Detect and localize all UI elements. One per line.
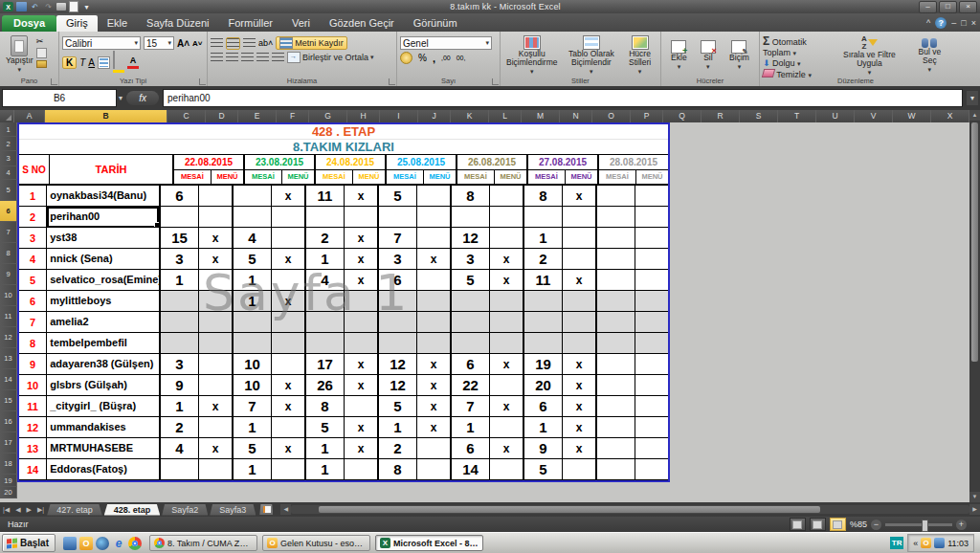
cell-menu[interactable]: [345, 312, 377, 333]
cell-mesai[interactable]: 2: [524, 249, 563, 270]
workbook-restore-icon[interactable]: □: [961, 18, 966, 28]
row-header-8[interactable]: 8: [0, 243, 17, 264]
cell-menu[interactable]: x: [490, 270, 523, 291]
cell-mesai[interactable]: [306, 207, 345, 228]
row-header-2[interactable]: 2: [0, 137, 17, 151]
paste-button[interactable]: Yapıştır ▾: [3, 34, 36, 75]
cell-mesai[interactable]: [161, 333, 199, 354]
cell-menu[interactable]: [199, 312, 232, 333]
qat-dropdown-icon[interactable]: ▾: [81, 2, 92, 11]
cell-mesai[interactable]: [597, 249, 635, 270]
undo-icon[interactable]: ↶: [30, 2, 40, 11]
tab-sayfa-düzeni[interactable]: Sayfa Düzeni: [137, 15, 218, 32]
tab-dosya[interactable]: Dosya: [2, 15, 56, 32]
cell-mesai[interactable]: [452, 312, 490, 333]
save-icon[interactable]: [16, 2, 27, 11]
cell-mesai[interactable]: 7: [452, 396, 490, 417]
zoom-slider[interactable]: [885, 523, 952, 526]
cell-mesai[interactable]: 6: [452, 438, 490, 459]
outlook-quicklaunch-icon[interactable]: O: [79, 537, 93, 550]
row-header-18[interactable]: 18: [0, 453, 17, 475]
cell-menu[interactable]: [199, 333, 232, 354]
cell-mesai[interactable]: [524, 207, 563, 228]
decrease-indent-icon[interactable]: [256, 53, 269, 63]
cell-mesai[interactable]: 20: [524, 375, 563, 396]
cell-mesai[interactable]: [161, 459, 199, 480]
cell-menu[interactable]: [563, 459, 595, 480]
cell-mesai[interactable]: 1: [234, 417, 272, 438]
cell-mesai[interactable]: 3: [161, 249, 199, 270]
row-header-15[interactable]: 15: [0, 390, 17, 411]
row-header-11[interactable]: 11: [0, 306, 17, 327]
column-header-H[interactable]: H: [347, 110, 380, 122]
cell-menu[interactable]: x: [345, 438, 377, 459]
cell-menu[interactable]: x: [417, 249, 450, 270]
cell-menu[interactable]: [490, 459, 523, 480]
cell-menu[interactable]: x: [345, 228, 377, 249]
name-box-dropdown-icon[interactable]: ▾: [119, 94, 122, 102]
column-header-R[interactable]: R: [702, 110, 740, 122]
cell-menu[interactable]: [490, 333, 523, 354]
column-header-F[interactable]: F: [277, 110, 309, 122]
column-header-I[interactable]: I: [380, 110, 418, 122]
cell-mesai[interactable]: 11: [306, 186, 345, 207]
cell-menu[interactable]: x: [563, 417, 595, 438]
cell-sno[interactable]: 14: [19, 459, 47, 480]
cell-menu[interactable]: x: [199, 228, 232, 249]
row-header-6[interactable]: 6: [0, 201, 17, 222]
column-header-S[interactable]: S: [740, 110, 778, 122]
cell-mesai[interactable]: 5: [234, 438, 272, 459]
cell-mesai[interactable]: 2: [379, 438, 417, 459]
row-header-12[interactable]: 12: [0, 327, 17, 348]
tab-gözden-geçir[interactable]: Gözden Geçir: [320, 15, 404, 32]
cell-mesai[interactable]: 3: [379, 249, 417, 270]
cell-mesai[interactable]: 1: [306, 249, 345, 270]
cell-menu[interactable]: [272, 207, 304, 228]
prev-sheet-icon[interactable]: ◀: [12, 506, 23, 514]
cell-name[interactable]: _citygirl_ (Büşra): [47, 396, 159, 417]
restore-button[interactable]: □: [939, 1, 957, 13]
zoom-level[interactable]: %85: [850, 520, 867, 529]
cut-icon[interactable]: ✂: [36, 36, 47, 46]
cell-name[interactable]: tembelpembefil: [47, 333, 159, 354]
cell-menu[interactable]: [490, 312, 523, 333]
cell-mesai[interactable]: [161, 291, 199, 312]
font-color-button[interactable]: A: [127, 55, 139, 69]
cell-menu[interactable]: [635, 270, 668, 291]
cell-mesai[interactable]: [597, 228, 635, 249]
cell-mesai[interactable]: [597, 291, 635, 312]
cell-mesai[interactable]: 8: [452, 186, 490, 207]
row-header-3[interactable]: 3: [0, 151, 17, 166]
cell-menu[interactable]: x: [490, 396, 523, 417]
cell-mesai[interactable]: 5: [306, 417, 345, 438]
cell-mesai[interactable]: 3: [161, 354, 199, 375]
column-header-E[interactable]: E: [238, 110, 277, 122]
start-button[interactable]: Başlat: [2, 534, 56, 552]
cell-name[interactable]: amelia2: [47, 312, 159, 333]
align-left-icon[interactable]: [211, 53, 223, 63]
cell-mesai[interactable]: 3: [452, 249, 490, 270]
number-format-combo[interactable]: Genel▾: [400, 36, 492, 50]
cell-menu[interactable]: x: [345, 375, 377, 396]
cell-sno[interactable]: 1: [19, 186, 47, 207]
column-header-C[interactable]: C: [167, 110, 206, 122]
cell-menu[interactable]: x: [417, 354, 450, 375]
cell-mesai[interactable]: 9: [161, 375, 199, 396]
cell-mesai[interactable]: [597, 312, 635, 333]
cell-name[interactable]: ummandakises: [47, 417, 159, 438]
cell-sno[interactable]: 11: [19, 396, 47, 417]
cell-menu[interactable]: x: [345, 354, 377, 375]
cell-name[interactable]: adayaren38 (Gülşen): [47, 354, 159, 375]
cell-mesai[interactable]: 5: [379, 396, 417, 417]
cell-menu[interactable]: x: [417, 375, 450, 396]
cell-menu[interactable]: x: [417, 417, 450, 438]
column-header-V[interactable]: V: [855, 110, 893, 122]
row-header-10[interactable]: 10: [0, 285, 17, 306]
cell-menu[interactable]: x: [417, 396, 450, 417]
cell-menu[interactable]: [272, 354, 304, 375]
sheet-tab-427-etap[interactable]: 427. etap: [47, 504, 102, 516]
cell-menu[interactable]: [635, 186, 668, 207]
column-header-O[interactable]: O: [592, 110, 631, 122]
cell-name[interactable]: yst38: [47, 228, 159, 249]
cell-name[interactable]: oynakbasi34(Banu): [47, 186, 159, 207]
